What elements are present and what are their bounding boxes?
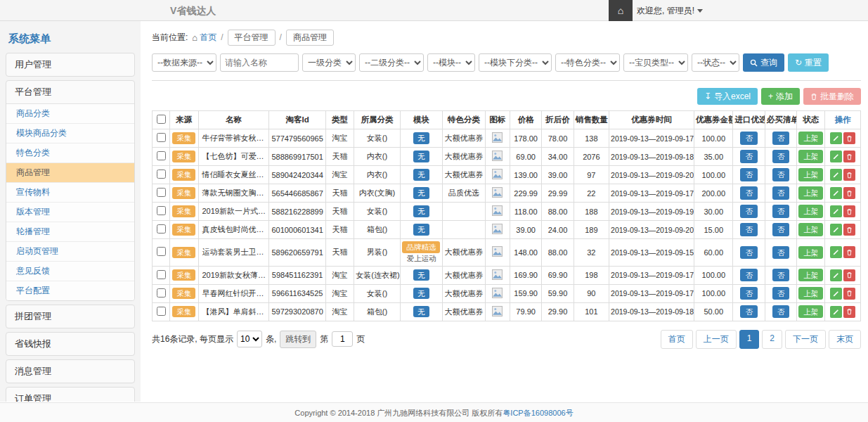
filter-select[interactable]: --模块-- [427,53,475,72]
breadcrumb-item[interactable]: 平台管理 [228,30,276,46]
breadcrumb-home-link[interactable]: ⌂首页 [192,32,216,44]
delete-button[interactable] [843,132,855,144]
import-select-toggle[interactable]: 否 [740,132,758,145]
status-button[interactable]: 上架 [798,246,823,260]
filter-select[interactable]: --模块下分类-- [479,53,552,72]
import-select-toggle[interactable]: 否 [740,186,758,200]
sidebar-subitem[interactable]: 版本管理 [6,202,134,222]
import-select-toggle[interactable]: 否 [740,223,758,236]
status-button[interactable]: 上架 [798,205,823,218]
row-checkbox[interactable] [157,270,166,279]
row-checkbox[interactable] [157,247,166,256]
status-button[interactable]: 上架 [798,168,823,181]
row-checkbox[interactable] [157,206,166,215]
import-select-toggle[interactable]: 否 [740,305,758,319]
edit-button[interactable] [830,306,842,318]
sidebar-item[interactable]: 省钱快报 [6,333,134,355]
icp-link[interactable]: 粤ICP备16098006号 [503,409,573,417]
edit-button[interactable] [830,288,842,300]
add-button[interactable]: + 添加 [761,88,800,105]
status-button[interactable]: 上架 [798,132,823,145]
delete-button[interactable] [843,187,855,199]
import-select-toggle[interactable]: 否 [740,246,758,260]
batch-delete-button[interactable]: 批量删除 [803,88,861,105]
must-buy-toggle[interactable]: 否 [772,246,790,260]
import-select-toggle[interactable]: 否 [740,269,758,282]
sidebar-item[interactable]: 用户管理 [6,53,134,76]
import-select-toggle[interactable]: 否 [740,287,758,300]
delete-button[interactable] [843,288,855,300]
sidebar-item[interactable]: 消息管理 [6,360,134,383]
must-buy-toggle[interactable]: 否 [772,186,790,200]
page-button[interactable]: 首页 [661,330,693,349]
delete-button[interactable] [843,169,855,181]
edit-button[interactable] [830,132,842,144]
page-button[interactable]: 上一页 [696,330,737,349]
sidebar-subitem[interactable]: 模块商品分类 [6,123,134,143]
delete-button[interactable] [843,269,855,281]
page-size-select[interactable]: 10 [237,331,262,347]
sidebar-item[interactable]: 订单管理 [6,388,134,402]
page-button[interactable]: 末页 [829,330,861,349]
edit-button[interactable] [830,169,842,181]
sidebar-subitem[interactable]: 轮播管理 [6,222,134,241]
import-select-toggle[interactable]: 否 [740,168,758,181]
delete-button[interactable] [843,205,855,217]
breadcrumb-item[interactable]: 商品管理 [286,30,334,46]
delete-button[interactable] [843,306,855,318]
row-checkbox[interactable] [157,307,166,316]
status-button[interactable]: 上架 [798,269,823,282]
jump-button[interactable]: 跳转到 [280,331,316,348]
edit-button[interactable] [830,205,842,217]
page-button[interactable]: 2 [762,330,782,349]
sidebar-subitem[interactable]: 商品管理 [6,162,134,182]
filter-select[interactable]: --数据来源-- [152,53,216,72]
select-all-checkbox[interactable] [157,115,166,124]
status-button[interactable]: 上架 [798,223,823,236]
must-buy-toggle[interactable]: 否 [772,269,790,282]
delete-button[interactable] [843,246,855,258]
edit-button[interactable] [830,269,842,281]
edit-button[interactable] [830,187,842,199]
must-buy-toggle[interactable]: 否 [772,168,790,181]
must-buy-toggle[interactable]: 否 [772,287,790,300]
sidebar-item[interactable]: 平台管理 [6,81,134,103]
status-button[interactable]: 上架 [798,186,823,200]
row-checkbox[interactable] [157,151,166,160]
page-button[interactable]: 1 [739,330,760,349]
row-checkbox[interactable] [157,224,166,234]
must-buy-toggle[interactable]: 否 [772,205,790,218]
search-button[interactable]: 查询 [743,53,784,72]
row-checkbox[interactable] [157,170,166,179]
home-button[interactable]: ⌂ [609,0,633,21]
delete-button[interactable] [843,151,855,162]
status-button[interactable]: 上架 [798,150,823,163]
reset-button[interactable]: ↻ 重置 [788,53,829,72]
filter-select[interactable]: 一级分类 [302,53,356,72]
row-checkbox[interactable] [157,133,166,142]
sidebar-subitem[interactable]: 意见反馈 [6,261,134,281]
name-search-input[interactable] [220,53,299,72]
sidebar-subitem[interactable]: 平台配置 [6,281,134,300]
edit-button[interactable] [830,224,842,236]
import-excel-button[interactable]: ↧ 导入excel [697,88,758,105]
must-buy-toggle[interactable]: 否 [772,223,790,236]
page-button[interactable]: 下一页 [785,330,826,349]
sidebar-subitem[interactable]: 特色分类 [6,143,134,162]
jump-page-input[interactable] [332,331,353,347]
must-buy-toggle[interactable]: 否 [772,305,790,319]
status-button[interactable]: 上架 [798,287,823,300]
filter-select[interactable]: --宝贝类型-- [623,53,688,72]
sidebar-item[interactable]: 拼团管理 [6,305,134,328]
row-checkbox[interactable] [157,288,166,298]
delete-button[interactable] [843,224,855,236]
sidebar-subitem[interactable]: 启动页管理 [6,241,134,261]
edit-button[interactable] [830,151,842,162]
edit-button[interactable] [830,246,842,258]
filter-select[interactable]: --二级分类-- [359,53,424,72]
status-button[interactable]: 上架 [798,305,823,319]
must-buy-toggle[interactable]: 否 [772,150,790,163]
import-select-toggle[interactable]: 否 [740,205,758,218]
row-checkbox[interactable] [157,188,166,197]
filter-select[interactable]: --特色分类-- [555,53,620,72]
